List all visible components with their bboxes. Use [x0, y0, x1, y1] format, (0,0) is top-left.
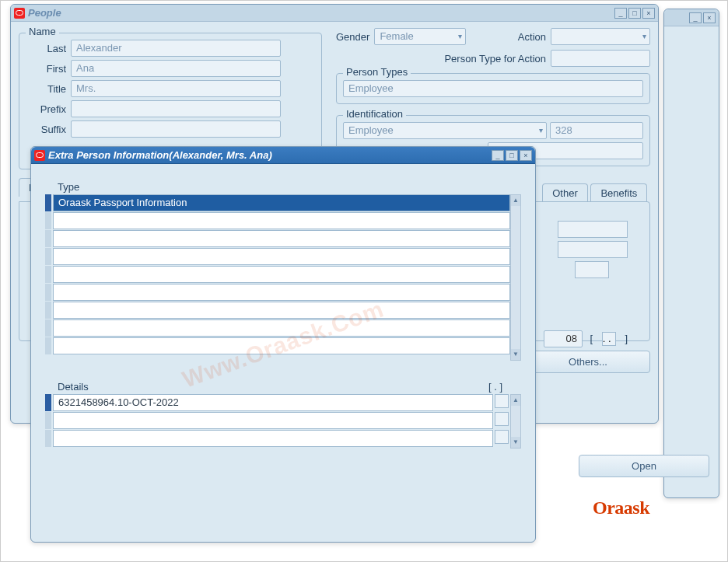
- type-scrollbar[interactable]: ▲ ▼: [510, 194, 521, 361]
- record-marker[interactable]: [45, 302, 51, 319]
- brand-logo: Oraask: [593, 497, 649, 518]
- record-marker[interactable]: [45, 212, 51, 229]
- details-row[interactable]: [53, 412, 493, 429]
- person-types-field[interactable]: Employee: [343, 80, 643, 97]
- record-marker[interactable]: [45, 430, 51, 447]
- type-row[interactable]: [53, 212, 510, 229]
- identification-number-field[interactable]: 328: [550, 122, 643, 139]
- person-type-action-label: Person Type for Action: [444, 53, 546, 65]
- people-titlebar[interactable]: People _ □ ×: [11, 5, 658, 22]
- bracket-left: [: [586, 333, 598, 344]
- minimize-icon[interactable]: _: [614, 8, 627, 19]
- title-field[interactable]: Mrs.: [71, 80, 281, 97]
- action-label: Action: [518, 31, 546, 43]
- details-bracket-header: [ . ]: [488, 381, 502, 393]
- first-label: First: [26, 63, 71, 75]
- extra-person-info-window: Extra Person Information(Alexander, Mrs.…: [30, 146, 536, 543]
- oracle-icon: [14, 8, 25, 19]
- prefix-field[interactable]: [71, 100, 281, 117]
- epi-titlebar[interactable]: Extra Person Information(Alexander, Mrs.…: [31, 147, 535, 164]
- record-marker[interactable]: [45, 319, 51, 337]
- scroll-up-icon[interactable]: ▲: [511, 395, 520, 406]
- partial-value: 08: [544, 330, 583, 347]
- details-flex-button[interactable]: [495, 412, 509, 426]
- background-window: _ × Open: [663, 9, 719, 498]
- partial-value-row: 08 [ . . ]: [544, 330, 632, 347]
- tab-box3: [575, 261, 609, 278]
- people-title: People: [28, 7, 614, 19]
- others-button[interactable]: Others...: [526, 351, 650, 373]
- details-row[interactable]: [53, 430, 493, 447]
- maximize-icon[interactable]: □: [628, 8, 641, 19]
- type-row[interactable]: [53, 248, 510, 265]
- tab-other[interactable]: Other: [542, 183, 588, 202]
- record-marker[interactable]: [45, 284, 51, 301]
- close-icon[interactable]: ×: [642, 8, 655, 19]
- bracket-right: ]: [620, 333, 632, 344]
- type-row[interactable]: [53, 337, 510, 354]
- suffix-label: Suffix: [26, 124, 71, 135]
- first-field[interactable]: Ana: [71, 60, 281, 77]
- person-type-action-field[interactable]: [551, 50, 650, 67]
- record-marker[interactable]: [45, 230, 51, 247]
- details-flex-button[interactable]: [495, 430, 509, 444]
- details-scrollbar[interactable]: ▲ ▼: [510, 394, 521, 449]
- tab-box1: [558, 221, 628, 238]
- tab-box2: [558, 241, 628, 258]
- type-label: Type: [58, 181, 79, 193]
- record-marker[interactable]: [45, 248, 51, 265]
- scroll-down-icon[interactable]: ▼: [511, 349, 520, 360]
- last-label: Last: [26, 43, 71, 54]
- open-button[interactable]: Open: [579, 455, 709, 477]
- epi-title: Extra Person Information(Alexander, Mrs.…: [48, 149, 492, 161]
- type-row[interactable]: [53, 230, 510, 247]
- record-marker[interactable]: [45, 266, 51, 283]
- type-row[interactable]: Oraask Passport Information: [53, 194, 510, 211]
- suffix-field[interactable]: [71, 120, 281, 138]
- gender-combo[interactable]: Female: [374, 28, 466, 45]
- person-types-legend: Person Types: [343, 66, 411, 78]
- last-field[interactable]: Alexander: [71, 40, 281, 57]
- name-legend: Name: [26, 26, 59, 37]
- oracle-icon: [34, 150, 45, 161]
- details-row[interactable]: 6321458964.10-OCT-2022: [53, 394, 493, 411]
- scroll-up-icon[interactable]: ▲: [511, 195, 520, 206]
- close-icon[interactable]: ×: [703, 12, 716, 23]
- details-label: Details: [58, 381, 89, 393]
- action-combo[interactable]: [551, 28, 650, 45]
- scroll-down-icon[interactable]: ▼: [511, 437, 520, 448]
- flex-button[interactable]: . .: [602, 332, 616, 346]
- record-marker[interactable]: [45, 394, 51, 411]
- identification-type-combo[interactable]: Employee: [343, 122, 547, 139]
- minimize-icon[interactable]: _: [689, 12, 702, 23]
- type-row[interactable]: [53, 284, 510, 301]
- prefix-label: Prefix: [26, 103, 71, 115]
- gender-label: Gender: [336, 31, 369, 43]
- type-row[interactable]: [53, 319, 510, 337]
- maximize-icon[interactable]: □: [506, 150, 518, 161]
- type-row[interactable]: [53, 302, 510, 319]
- record-marker[interactable]: [45, 194, 51, 211]
- identification-legend: Identification: [343, 108, 406, 120]
- type-row[interactable]: [53, 266, 510, 283]
- title-label: Title: [26, 83, 71, 95]
- details-flex-button[interactable]: [495, 394, 509, 408]
- record-marker[interactable]: [45, 337, 51, 354]
- close-icon[interactable]: ×: [520, 150, 532, 161]
- person-types-fieldset: Person Types Employee: [336, 73, 650, 104]
- bg-window-titlebar: _ ×: [664, 9, 719, 26]
- record-marker[interactable]: [45, 412, 51, 429]
- tab-benefits[interactable]: Benefits: [590, 183, 647, 202]
- minimize-icon[interactable]: _: [492, 150, 504, 161]
